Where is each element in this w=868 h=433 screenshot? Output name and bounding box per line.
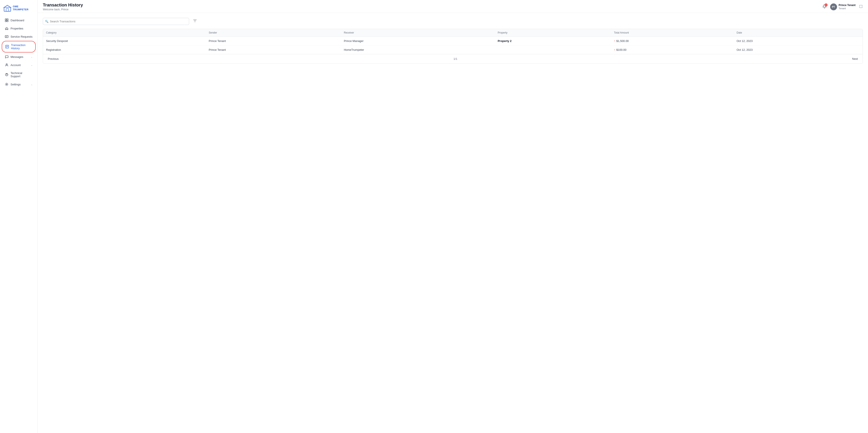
settings-icon bbox=[5, 83, 8, 86]
support-icon bbox=[5, 73, 8, 76]
col-category: Category bbox=[43, 29, 206, 37]
header-right: 4 PT Prince Tenant Tenant bbox=[823, 3, 863, 10]
notification-button[interactable]: 4 bbox=[823, 4, 827, 9]
sidebar-item-label: Transaction History bbox=[11, 43, 32, 50]
amount-value: $1,500.00 bbox=[616, 39, 629, 42]
col-date: Date bbox=[734, 29, 863, 37]
cell-receiver: Prince Manager bbox=[341, 37, 495, 45]
pagination-info: 1/1 bbox=[453, 57, 457, 60]
logo-icon bbox=[3, 4, 11, 12]
amount-value: $100.00 bbox=[616, 48, 626, 52]
account-icon bbox=[5, 63, 8, 67]
logo[interactable]: OME TRUMPETER bbox=[0, 2, 37, 16]
sidebar: OME TRUMPETER Dashboard Properties Servi… bbox=[0, 0, 38, 433]
properties-icon bbox=[5, 27, 8, 30]
messages-icon bbox=[5, 55, 8, 59]
transactions-table: Category Sender Receiver Property Total … bbox=[43, 29, 863, 64]
svg-point-16 bbox=[6, 84, 7, 85]
cell-category: Security Desposit bbox=[43, 37, 206, 45]
expand-icon[interactable] bbox=[859, 4, 863, 9]
main-content: Transaction History Welcome back, Prince… bbox=[38, 0, 868, 433]
search-input[interactable] bbox=[43, 18, 189, 25]
page-subtitle: Welcome back, Prince bbox=[43, 8, 83, 11]
col-property: Property bbox=[495, 29, 611, 37]
sidebar-item-transaction-history[interactable]: Transaction History bbox=[2, 41, 36, 53]
sidebar-item-label: Technical Support bbox=[10, 71, 32, 78]
svg-rect-6 bbox=[5, 35, 8, 38]
sidebar-item-label: Account bbox=[10, 63, 29, 67]
search-row: 🔍 bbox=[43, 17, 863, 25]
col-receiver: Receiver bbox=[341, 29, 495, 37]
user-name: Prince Tenant bbox=[839, 4, 856, 7]
table-row: Registration Prince Tenant HomeTrumpeter… bbox=[43, 45, 863, 54]
cell-amount: ↑ $1,500.00 bbox=[611, 37, 734, 45]
sidebar-item-settings[interactable]: Settings ⌄ bbox=[2, 81, 36, 88]
content-area: 🔍 Category Sender Receiver Property T bbox=[38, 13, 868, 433]
search-wrapper: 🔍 bbox=[43, 18, 189, 25]
svg-rect-3 bbox=[7, 19, 8, 20]
chevron-down-icon: ⌄ bbox=[31, 56, 32, 58]
sidebar-item-label: Properties bbox=[10, 27, 32, 30]
sidebar-item-technical-support[interactable]: Technical Support bbox=[2, 69, 36, 80]
cell-sender: Prince Tenant bbox=[206, 37, 341, 45]
svg-rect-2 bbox=[5, 19, 6, 20]
sidebar-item-label: Dashboard bbox=[10, 19, 32, 22]
sidebar-item-label: Settings bbox=[10, 83, 29, 86]
amount-up-icon: ↑ bbox=[614, 48, 615, 52]
svg-rect-1 bbox=[6, 9, 9, 11]
table-header-row: Category Sender Receiver Property Total … bbox=[43, 29, 863, 37]
sidebar-item-properties[interactable]: Properties bbox=[2, 25, 36, 32]
svg-point-15 bbox=[6, 75, 7, 75]
previous-button[interactable]: Previous bbox=[46, 56, 60, 61]
cell-amount: ↑ $100.00 bbox=[611, 45, 734, 54]
cell-date: Oct 12, 2023 bbox=[734, 37, 863, 45]
chevron-down-icon: ⌄ bbox=[31, 64, 32, 66]
search-icon: 🔍 bbox=[45, 20, 49, 23]
svg-rect-4 bbox=[5, 21, 6, 22]
page-title: Transaction History bbox=[43, 3, 83, 7]
filter-button[interactable] bbox=[191, 17, 198, 25]
svg-rect-0 bbox=[4, 7, 11, 11]
service-icon bbox=[5, 35, 8, 38]
sidebar-item-account[interactable]: Account ⌄ bbox=[2, 61, 36, 69]
cell-receiver: HomeTrumpeter bbox=[341, 45, 495, 54]
pagination-row: Previous 1/1 Next bbox=[43, 54, 863, 63]
cell-sender: Prince Tenant bbox=[206, 45, 341, 54]
cell-property bbox=[495, 45, 611, 54]
cell-property: Property 2 bbox=[495, 37, 611, 45]
sidebar-item-service-requests[interactable]: Service Requests bbox=[2, 33, 36, 40]
sidebar-item-dashboard[interactable]: Dashboard bbox=[2, 17, 36, 24]
cell-date: Oct 12, 2023 bbox=[734, 45, 863, 54]
user-profile[interactable]: PT Prince Tenant Tenant bbox=[830, 3, 856, 10]
table-row: Security Desposit Prince Tenant Prince M… bbox=[43, 37, 863, 45]
sidebar-item-messages[interactable]: Messages ⌄ bbox=[2, 53, 36, 61]
user-role: Tenant bbox=[839, 7, 856, 10]
top-header: Transaction History Welcome back, Prince… bbox=[38, 0, 868, 13]
col-sender: Sender bbox=[206, 29, 341, 37]
notification-badge: 4 bbox=[825, 3, 828, 6]
transaction-icon bbox=[5, 45, 9, 49]
filter-icon bbox=[193, 19, 197, 23]
logo-text: OME TRUMPETER bbox=[13, 5, 34, 11]
svg-point-13 bbox=[6, 64, 7, 65]
col-amount: Total Amount bbox=[611, 29, 734, 37]
user-text: Prince Tenant Tenant bbox=[839, 4, 856, 10]
sidebar-item-label: Service Requests bbox=[10, 35, 32, 38]
chevron-down-icon: ⌄ bbox=[31, 83, 32, 86]
next-button[interactable]: Next bbox=[850, 56, 860, 61]
dashboard-icon bbox=[5, 19, 8, 22]
page-title-section: Transaction History Welcome back, Prince bbox=[43, 3, 83, 11]
amount-up-icon: ↑ bbox=[614, 39, 615, 42]
cell-category: Registration bbox=[43, 45, 206, 54]
sidebar-item-label: Messages bbox=[10, 55, 29, 59]
avatar: PT bbox=[830, 3, 837, 10]
svg-rect-5 bbox=[7, 21, 8, 22]
